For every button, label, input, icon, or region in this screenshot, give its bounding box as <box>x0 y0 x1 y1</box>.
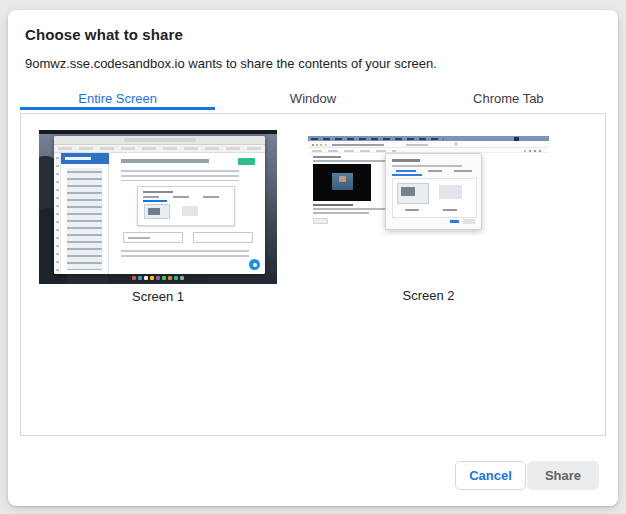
thumb2-person <box>332 173 353 190</box>
screen-1-tile[interactable]: Screen 1 <box>39 130 277 304</box>
thumb2-tab-text <box>332 144 384 146</box>
thumb1-nested-dialog <box>137 186 235 226</box>
thumb1-nested-tabs <box>143 196 229 198</box>
thumb1-input-box <box>123 232 183 243</box>
thumb2-video-frame <box>313 164 371 201</box>
thumb2-nested-underline <box>392 174 422 176</box>
thumb1-window-body <box>54 153 265 274</box>
thumb1-menu-bar <box>39 130 277 134</box>
thumb2-nested-tab <box>428 170 442 172</box>
thumb1-footer-lines <box>121 250 249 260</box>
thumb1-nested-thumb <box>182 206 198 216</box>
screen-2-label: Screen 2 <box>308 288 549 303</box>
thumb2-nested-panel <box>392 178 477 218</box>
screen-1-thumbnail <box>39 130 277 284</box>
dock-app-icon <box>138 276 142 280</box>
dock-app-icon <box>156 276 160 280</box>
dock-app-icon <box>132 276 136 280</box>
thumb2-nested-label <box>405 209 419 211</box>
dialog-subtitle: 9omwz.sse.codesandbox.io wants to share … <box>25 56 437 71</box>
thumb2-address-text <box>406 144 428 146</box>
thumb1-nested-thumb <box>144 204 170 219</box>
screen-2-tile[interactable]: Screen 2 <box>308 136 549 304</box>
thumb1-sidebar-list <box>61 164 109 274</box>
dock-app-icon <box>144 276 148 280</box>
dialog-title: Choose what to share <box>25 26 183 43</box>
thumb2-nested-tab <box>454 170 472 172</box>
cancel-button[interactable]: Cancel <box>455 461 526 490</box>
dock-app-icon <box>150 276 154 280</box>
thumb1-content-area <box>109 153 265 274</box>
thumb1-browser-window <box>54 136 265 274</box>
share-button[interactable]: Share <box>527 461 599 490</box>
thumb2-nested-label <box>443 209 457 211</box>
thumb2-nested-tab <box>396 170 416 172</box>
screen-options-panel: Screen 1 <box>20 113 606 436</box>
thumb1-toolbar <box>54 136 265 145</box>
thumb1-dock <box>108 274 208 282</box>
thumb1-green-badge <box>238 158 255 165</box>
thumb1-nested-underline <box>143 200 167 202</box>
thumb2-nested-cancel <box>450 220 459 223</box>
tab-window[interactable]: Window <box>215 86 410 110</box>
thumb2-text-line <box>313 212 369 214</box>
thumb2-small-button <box>313 218 328 224</box>
dock-app-icon <box>162 276 166 280</box>
thumb2-nested-dialog <box>385 153 482 230</box>
thumb2-avatar-icon <box>454 142 458 146</box>
thumb1-address-bar <box>124 138 196 142</box>
thumb1-bookmarks-bar <box>54 145 265 153</box>
thumb2-toolbar-icons <box>312 144 314 146</box>
thumb1-paragraph-lines <box>121 170 239 181</box>
share-dialog: Choose what to share 9omwz.sse.codesandb… <box>8 10 618 506</box>
page-background: { "dialog": { "title": "Choose what to s… <box>0 0 626 514</box>
thumb1-sidebar-header <box>61 153 109 164</box>
messenger-badge-icon <box>249 259 260 270</box>
thumb2-person-face <box>339 176 346 182</box>
screen-1-label: Screen 1 <box>39 289 277 304</box>
tab-chrome-tab[interactable]: Chrome Tab <box>411 86 606 110</box>
active-tab-underline <box>20 107 215 110</box>
thumb2-nested-share <box>463 219 475 224</box>
dock-app-icon <box>180 276 184 280</box>
thumb2-text-line <box>313 204 353 206</box>
thumb2-nested-subtitle <box>392 165 462 167</box>
thumb1-heading-line <box>121 159 209 163</box>
thumb1-nested-title <box>143 191 173 193</box>
thumb2-text-line <box>313 156 341 158</box>
screen-2-thumbnail <box>308 136 549 236</box>
dock-app-icon <box>168 276 172 280</box>
thumb2-text-line <box>313 208 385 210</box>
thumb1-input-box <box>193 232 253 243</box>
thumb2-nested-title <box>392 159 420 162</box>
thumb2-toolbar <box>308 141 549 148</box>
dock-app-icon <box>174 276 178 280</box>
thumb1-icon-rail <box>54 153 61 274</box>
thumb2-nested-thumb <box>439 185 462 199</box>
thumb2-nested-thumb <box>397 183 429 204</box>
